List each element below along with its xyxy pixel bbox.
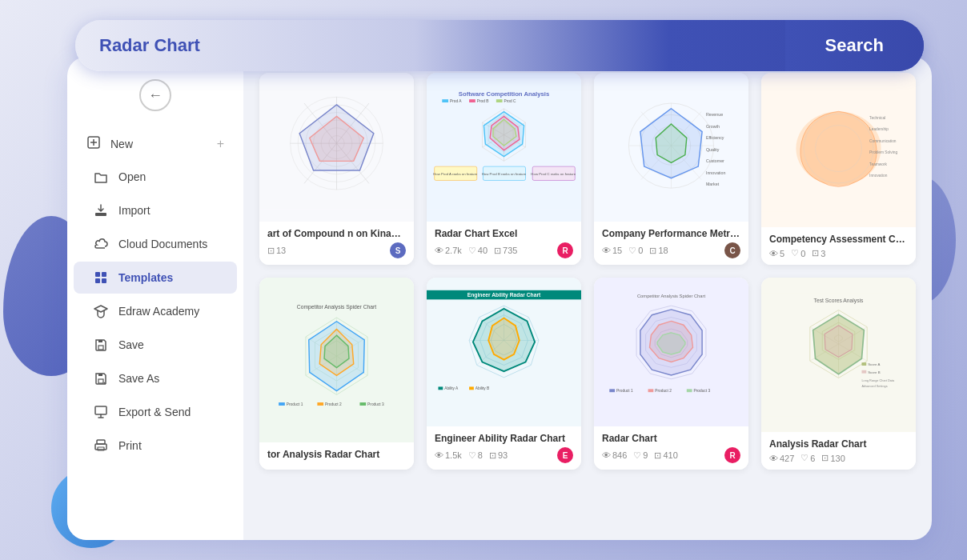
svg-text:Market: Market — [706, 182, 720, 186]
svg-text:Technical: Technical — [869, 116, 885, 120]
card-competency[interactable]: Technical Leadership Communication Probl… — [761, 73, 916, 265]
copies-stat: ⊡ 3 — [812, 248, 825, 258]
saveas-icon — [93, 370, 109, 386]
views-stat: 👁 15 — [602, 246, 622, 255]
new-icon — [86, 135, 101, 152]
sidebar-item-academy[interactable]: Edraw Academy — [74, 295, 237, 327]
svg-rect-33 — [469, 99, 475, 102]
views-stat: 👁 2.7k — [435, 246, 462, 255]
svg-text:Customer: Customer — [706, 158, 724, 163]
svg-text:Leadership: Leadership — [869, 127, 889, 131]
card-info-radar: Radar Chart 👁 846 ♡ 9 ⊡ 410 R — [594, 426, 748, 470]
avatar-excel: R — [557, 242, 573, 258]
sidebar-item-new[interactable]: New + — [67, 127, 243, 160]
card-thumb-excel: Software Competition Analysis Prod A Pro… — [427, 73, 581, 222]
svg-rect-90 — [279, 402, 285, 406]
card-info-excel: Radar Chart Excel 👁 2.7k ♡ 40 ⊡ 735 R — [427, 222, 581, 265]
copies-stat: ⊡ 735 — [494, 246, 517, 256]
card-thumb-analysis: Test Scores Analysis — [761, 278, 916, 432]
search-button[interactable]: Search — [785, 20, 924, 71]
card-engineer[interactable]: Engineer Ability Radar Chart — [427, 278, 581, 470]
svg-text:Product 3: Product 3 — [693, 389, 710, 393]
svg-text:Growth: Growth — [706, 124, 720, 129]
card-competitor[interactable]: Competitor Analysis Spider Chart — [259, 278, 414, 470]
import-icon — [93, 202, 109, 218]
main-panel: ← New + Open Import — [67, 57, 932, 540]
sidebar-item-import[interactable]: Import — [74, 194, 237, 226]
academy-icon — [93, 303, 109, 319]
sidebar-label-templates: Templates — [118, 271, 173, 284]
views-stat: 👁 846 — [602, 450, 627, 460]
card-title-competitor: tor Analysis Radar Chart — [267, 449, 406, 460]
svg-rect-123 — [609, 389, 615, 392]
back-button[interactable]: ← — [139, 79, 171, 111]
sidebar-item-cloud[interactable]: Cloud Documents — [74, 228, 237, 260]
card-stats-engineer: 👁 1.5k ♡ 8 ⊡ 93 E — [435, 447, 573, 463]
sidebar-item-open[interactable]: Open — [74, 161, 237, 193]
card-company[interactable]: Revenue Growth Efficiency Quality Custom… — [594, 73, 748, 265]
sidebar: ← New + Open Import — [67, 57, 243, 540]
svg-rect-111 — [438, 386, 443, 390]
svg-rect-92 — [317, 402, 323, 406]
avatar-radar: R — [724, 447, 740, 463]
card-excel[interactable]: Software Competition Analysis Prod A Pro… — [427, 73, 581, 265]
sidebar-item-print[interactable]: Print — [74, 430, 237, 462]
open-icon — [93, 169, 109, 185]
search-input[interactable]: Radar Chart — [75, 35, 785, 56]
svg-text:Teamwork: Teamwork — [869, 162, 888, 166]
likes-stat: ♡ 0 — [791, 248, 805, 258]
card-stats-excel: 👁 2.7k ♡ 40 ⊡ 735 R — [435, 242, 573, 258]
svg-text:Score A: Score A — [868, 362, 880, 366]
card-info-engineer: Engineer Ability Radar Chart 👁 1.5k ♡ 8 … — [427, 426, 581, 470]
card-stats-compound: ⊡ 13 S — [267, 242, 406, 258]
svg-rect-139 — [861, 362, 866, 366]
card-title-excel: Radar Chart Excel — [435, 228, 573, 239]
svg-rect-125 — [648, 389, 654, 392]
sidebar-item-templates[interactable]: Templates — [74, 262, 237, 294]
svg-rect-94 — [359, 402, 366, 406]
sidebar-item-save[interactable]: Save — [74, 329, 237, 361]
copies-stat: ⊡ 13 — [267, 246, 286, 256]
card-radar[interactable]: Competitor Analysis Spider Chart Product… — [594, 278, 748, 470]
views-stat: 👁 427 — [769, 454, 794, 463]
svg-text:Test Scores Analysis: Test Scores Analysis — [814, 298, 865, 304]
card-info-company: Company Performance Metrics Radar Chart … — [594, 222, 748, 265]
sidebar-label-open: Open — [118, 170, 146, 183]
svg-rect-9 — [98, 340, 102, 342]
card-thumb-radar: Competitor Analysis Spider Chart Product… — [594, 278, 748, 426]
sidebar-item-saveas[interactable]: Save As — [74, 362, 237, 394]
export-icon — [93, 404, 109, 420]
card-thumb-competency: Technical Leadership Communication Probl… — [761, 73, 916, 227]
svg-rect-15 — [98, 447, 104, 450]
sidebar-label-import: Import — [118, 204, 150, 217]
likes-stat: ♡ 0 — [628, 246, 643, 256]
card-stats-analysis: 👁 427 ♡ 6 ⊡ 130 — [769, 453, 908, 463]
views-stat: 👁 1.5k — [435, 450, 462, 460]
svg-text:Long Range Chart Data: Long Range Chart Data — [861, 379, 895, 382]
svg-text:Efficiency: Efficiency — [706, 135, 724, 140]
copies-stat: ⊡ 93 — [489, 450, 508, 461]
svg-rect-141 — [861, 370, 866, 374]
svg-text:Innovation: Innovation — [869, 174, 888, 178]
svg-text:Prod A: Prod A — [450, 99, 462, 103]
sidebar-item-export[interactable]: Export & Send — [74, 396, 237, 428]
card-title-compound: art of Compound n on Kinase Activity — [267, 228, 406, 239]
svg-rect-127 — [687, 389, 692, 392]
svg-rect-7 — [102, 278, 106, 283]
svg-rect-3 — [95, 213, 106, 216]
card-title-competency: Competency Assessment Chart — [769, 234, 908, 245]
print-icon — [93, 438, 109, 454]
card-title-company: Company Performance Metrics Radar Chart — [602, 228, 740, 239]
svg-rect-4 — [95, 272, 100, 277]
copies-stat: ⊡ 130 — [821, 453, 845, 463]
card-analysis[interactable]: Test Scores Analysis — [761, 278, 916, 470]
svg-text:Problem Solving: Problem Solving — [869, 150, 897, 154]
avatar-compound: S — [390, 242, 406, 258]
svg-text:How Prod A ranks on feature: How Prod A ranks on feature — [433, 172, 478, 176]
svg-text:Revenue: Revenue — [706, 112, 723, 117]
svg-text:Competitor Analysis Spider Cha: Competitor Analysis Spider Chart — [297, 304, 377, 310]
card-thumb-company: Revenue Growth Efficiency Quality Custom… — [594, 73, 748, 222]
card-compound[interactable]: art of Compound n on Kinase Activity ⊡ 1… — [259, 73, 414, 265]
views-stat: 👁 5 — [769, 249, 784, 258]
svg-text:Prod C: Prod C — [504, 99, 517, 103]
